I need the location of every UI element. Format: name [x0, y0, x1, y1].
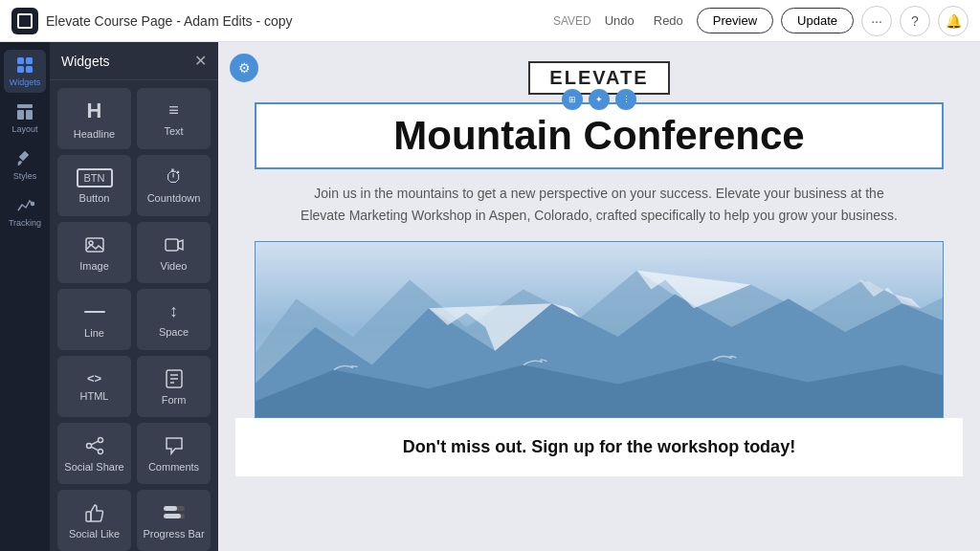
progress-bar-icon — [164, 502, 185, 523]
widgets-panel: Widgets ✕ H Headline ≡ Text BTN Button ⏱… — [50, 42, 218, 551]
close-icon: ✕ — [194, 53, 207, 69]
sidebar-item-layout[interactable]: Layout — [4, 97, 46, 140]
svg-rect-0 — [17, 57, 24, 64]
widget-label: Space — [159, 326, 189, 338]
widget-label: HTML — [80, 390, 109, 402]
widget-label: Video — [161, 260, 188, 272]
preview-button[interactable]: Preview — [697, 8, 773, 33]
svg-rect-2 — [17, 66, 24, 73]
sidebar-item-widgets[interactable]: Widgets — [4, 50, 46, 93]
widget-video[interactable]: Video — [137, 222, 211, 283]
widget-headline[interactable]: H Headline — [57, 88, 131, 149]
bell-icon: 🔔 — [946, 13, 962, 29]
main-heading: Mountain Conference — [276, 114, 923, 158]
widget-social-like[interactable]: Social Like — [57, 490, 131, 551]
mountain-image-block — [255, 241, 944, 418]
canvas-area: ⚙ ELEVATE ⊞ ✦ ⋮ Mountain Conference Join… — [218, 42, 980, 551]
button-icon: BTN — [77, 168, 113, 187]
sidebar-item-label: Layout — [11, 124, 37, 134]
page-title: Elevate Course Page - Adam Edits - copy — [46, 13, 293, 29]
svg-rect-11 — [84, 311, 105, 313]
widget-comments[interactable]: Comments — [137, 423, 211, 484]
notifications-button[interactable]: 🔔 — [938, 6, 969, 36]
svg-rect-6 — [26, 110, 33, 120]
widget-social-share[interactable]: Social Share — [57, 423, 131, 484]
handle-button-3[interactable]: ⋮ — [615, 89, 636, 110]
image-icon — [84, 234, 105, 255]
svg-rect-25 — [164, 514, 181, 518]
headline-icon: H — [87, 99, 102, 123]
widget-html[interactable]: <> HTML — [57, 356, 131, 417]
more-icon: ··· — [871, 13, 882, 29]
widget-label: Button — [79, 192, 110, 204]
layout-icon — [15, 102, 34, 121]
bottom-cta-text: Don't miss out. Sign up for the workshop… — [255, 437, 944, 457]
svg-point-17 — [86, 443, 91, 448]
countdown-icon: ⏱ — [166, 167, 183, 187]
logo-inner — [17, 13, 33, 29]
widget-countdown[interactable]: ⏱ Countdown — [137, 155, 211, 216]
saved-status: SAVED — [553, 14, 591, 28]
sidebar-icons: Widgets Layout Styles Tracking — [0, 42, 50, 551]
styles-icon — [15, 149, 34, 168]
widgets-icon — [15, 55, 34, 75]
more-options-button[interactable]: ··· — [861, 6, 892, 36]
social-like-icon — [84, 502, 105, 523]
close-panel-button[interactable]: ✕ — [194, 52, 207, 70]
space-icon: ↕ — [169, 301, 178, 321]
social-share-icon — [84, 435, 105, 456]
widget-space[interactable]: ↕ Space — [137, 289, 211, 350]
tracking-icon — [15, 196, 34, 215]
sidebar-item-tracking[interactable]: Tracking — [4, 190, 46, 233]
svg-rect-10 — [166, 239, 178, 251]
widget-label: Form — [162, 394, 187, 406]
heading-block-wrapper: ⊞ ✦ ⋮ Mountain Conference — [255, 102, 944, 169]
settings-gear-button[interactable]: ⚙ — [230, 54, 258, 82]
svg-rect-8 — [86, 238, 103, 252]
svg-point-18 — [98, 449, 102, 453]
mountain-svg — [256, 242, 943, 417]
video-icon — [164, 234, 185, 255]
header-right: SAVED Undo Redo Preview Update ··· ? 🔔 — [553, 6, 969, 36]
gear-icon: ⚙ — [238, 60, 251, 76]
undo-button[interactable]: Undo — [599, 10, 640, 32]
text-icon: ≡ — [168, 100, 179, 121]
app-logo — [11, 8, 38, 34]
svg-rect-23 — [164, 506, 177, 511]
widget-button[interactable]: BTN Button — [57, 155, 131, 216]
help-icon: ? — [911, 13, 919, 29]
widget-text[interactable]: ≡ Text — [137, 88, 211, 149]
help-button[interactable]: ? — [900, 6, 930, 36]
widgets-panel-title: Widgets — [61, 54, 110, 69]
handle-button-2[interactable]: ✦ — [589, 89, 610, 110]
sidebar-item-styles[interactable]: Styles — [4, 143, 46, 187]
comments-icon — [164, 435, 185, 456]
widget-progress-bar[interactable]: Progress Bar — [137, 490, 211, 551]
widget-label: Progress Bar — [143, 528, 204, 540]
sidebar-item-label: Tracking — [9, 218, 41, 228]
widget-label: Comments — [148, 461, 199, 473]
html-icon: <> — [87, 371, 101, 386]
sidebar-item-label: Widgets — [10, 77, 41, 87]
update-button[interactable]: Update — [781, 8, 854, 33]
subtitle-text: Join us in the mountains to get a new pe… — [293, 183, 905, 226]
main-layout: Widgets Layout Styles Tracking — [0, 42, 980, 551]
line-icon — [84, 301, 105, 322]
redo-button[interactable]: Redo — [648, 10, 689, 32]
svg-rect-1 — [26, 57, 33, 64]
widget-image[interactable]: Image — [57, 222, 131, 283]
svg-point-16 — [98, 437, 102, 442]
form-icon — [164, 368, 185, 389]
handle-button-1[interactable]: ⊞ — [562, 89, 583, 110]
widgets-grid: H Headline ≡ Text BTN Button ⏱ Countdown — [50, 80, 218, 551]
bottom-section: Don't miss out. Sign up for the workshop… — [235, 418, 963, 476]
widget-label: Image — [79, 260, 109, 272]
widget-label: Social Like — [69, 528, 120, 540]
widget-line[interactable]: Line — [57, 289, 131, 350]
header-left: Elevate Course Page - Adam Edits - copy — [11, 8, 293, 34]
widget-label: Line — [84, 327, 104, 339]
canvas-content: ELEVATE ⊞ ✦ ⋮ Mountain Conference Join u… — [235, 42, 963, 418]
sidebar-item-label: Styles — [13, 171, 37, 181]
widget-form[interactable]: Form — [137, 356, 211, 417]
svg-point-7 — [32, 203, 34, 206]
